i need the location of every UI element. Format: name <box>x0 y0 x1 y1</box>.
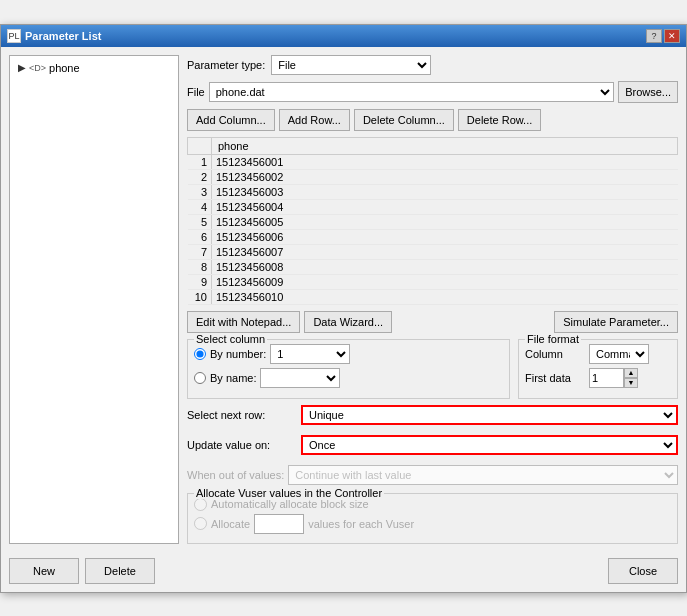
by-number-radio[interactable] <box>194 348 206 360</box>
column-select[interactable]: Comma <box>589 344 649 364</box>
allocate-radio[interactable] <box>194 517 207 530</box>
toolbar-row: Add Column... Add Row... Delete Column..… <box>187 109 678 131</box>
browse-button[interactable]: Browse... <box>618 81 678 103</box>
table-phone-header: phone <box>212 137 678 154</box>
column-label: Column <box>525 348 585 360</box>
add-column-button[interactable]: Add Column... <box>187 109 275 131</box>
parameter-list-window: PL Parameter List ? ✕ ▶ <D> phone Parame… <box>0 24 687 593</box>
table-row[interactable]: 515123456005 <box>188 214 678 229</box>
select-column-group: Select column By number: 1 By name: <box>187 339 510 399</box>
table-row-num-header <box>188 137 212 154</box>
tree-item-label: phone <box>49 62 80 74</box>
table-row[interactable]: 215123456002 <box>188 169 678 184</box>
bottom-bar: New Delete Close <box>1 552 686 592</box>
table-row-phone: 15123456002 <box>212 169 678 184</box>
table-row-phone: 15123456006 <box>212 229 678 244</box>
title-bar-left: PL Parameter List <box>7 29 101 43</box>
param-type-label: Parameter type: <box>187 59 265 71</box>
add-row-button[interactable]: Add Row... <box>279 109 350 131</box>
tree-expand-icon: ▶ <box>18 62 26 73</box>
table-row-phone: 15123456010 <box>212 289 678 304</box>
delete-column-button[interactable]: Delete Column... <box>354 109 454 131</box>
values-each-label: values for each Vuser <box>308 518 414 530</box>
table-row-num: 2 <box>188 169 212 184</box>
simulate-button[interactable]: Simulate Parameter... <box>554 311 678 333</box>
file-row: File phone.dat Browse... <box>187 81 678 103</box>
table-row[interactable]: 1015123456010 <box>188 289 678 304</box>
auto-allocate-radio[interactable] <box>194 498 207 511</box>
by-number-label: By number: <box>210 348 266 360</box>
table-row-num: 3 <box>188 184 212 199</box>
when-out-select[interactable]: Continue with last value <box>288 465 678 485</box>
table-row-phone: 15123456008 <box>212 259 678 274</box>
columns-row: Select column By number: 1 By name: <box>187 339 678 399</box>
file-select[interactable]: phone.dat <box>209 82 614 102</box>
window-icon: PL <box>7 29 21 43</box>
file-format-legend: File format <box>525 333 581 345</box>
by-name-radio[interactable] <box>194 372 206 384</box>
table-row-num: 5 <box>188 214 212 229</box>
delete-row-button[interactable]: Delete Row... <box>458 109 541 131</box>
data-wizard-button[interactable]: Data Wizard... <box>304 311 392 333</box>
param-type-select[interactable]: File <box>271 55 431 75</box>
when-out-row: When out of values: Continue with last v… <box>187 465 678 485</box>
help-button[interactable]: ? <box>646 29 662 43</box>
data-table-scroll[interactable]: phone 1151234560012151234560023151234560… <box>187 137 678 305</box>
file-format-group: File format Column Comma First data ▲ <box>518 339 678 399</box>
spin-buttons: ▲ ▼ <box>624 368 638 388</box>
table-row[interactable]: 115123456001 <box>188 154 678 169</box>
param-type-row: Parameter type: File <box>187 55 678 75</box>
bottom-left-buttons: New Delete <box>9 558 155 584</box>
table-row[interactable]: 315123456003 <box>188 184 678 199</box>
tree-db-icon: <D> <box>29 63 46 73</box>
tree-item-phone[interactable]: ▶ <D> phone <box>14 60 174 76</box>
by-name-row: By name: <box>194 368 503 388</box>
table-row-phone: 15123456007 <box>212 244 678 259</box>
first-data-spinbox: ▲ ▼ <box>589 368 638 388</box>
spin-up-button[interactable]: ▲ <box>624 368 638 378</box>
auto-allocate-label: Automatically allocate block size <box>211 498 369 510</box>
allocate-group: Allocate Vuser values in the Controller … <box>187 493 678 544</box>
table-row[interactable]: 915123456009 <box>188 274 678 289</box>
first-data-input[interactable] <box>589 368 624 388</box>
right-panel: Parameter type: File File phone.dat Brow… <box>187 55 678 544</box>
table-row[interactable]: 715123456007 <box>188 244 678 259</box>
table-row[interactable]: 615123456006 <box>188 229 678 244</box>
allocate-input[interactable] <box>254 514 304 534</box>
window-content: ▶ <D> phone Parameter type: File File ph… <box>1 47 686 552</box>
by-number-row: By number: 1 <box>194 344 503 364</box>
first-data-label: First data <box>525 372 585 384</box>
by-number-select[interactable]: 1 <box>270 344 350 364</box>
window-close-button[interactable]: ✕ <box>664 29 680 43</box>
close-dialog-button[interactable]: Close <box>608 558 678 584</box>
by-name-select[interactable] <box>260 368 340 388</box>
update-value-select[interactable]: Once <box>301 435 678 455</box>
table-row-num: 10 <box>188 289 212 304</box>
action-row: Edit with Notepad... Data Wizard... Simu… <box>187 311 678 333</box>
allocate-label: Allocate <box>211 518 250 530</box>
window-title: Parameter List <box>25 30 101 42</box>
file-label: File <box>187 86 205 98</box>
table-row-phone: 15123456009 <box>212 274 678 289</box>
update-value-label: Update value on: <box>187 439 297 451</box>
select-column-legend: Select column <box>194 333 267 345</box>
title-bar-controls: ? ✕ <box>646 29 680 43</box>
data-table: phone 1151234560012151234560023151234560… <box>187 137 678 305</box>
table-row-num: 9 <box>188 274 212 289</box>
table-row-phone: 15123456001 <box>212 154 678 169</box>
select-next-row-row: Select next row: Unique <box>187 405 678 425</box>
table-row[interactable]: 415123456004 <box>188 199 678 214</box>
allocate-row: Allocate values for each Vuser <box>194 514 671 534</box>
edit-notepad-button[interactable]: Edit with Notepad... <box>187 311 300 333</box>
by-name-label: By name: <box>210 372 256 384</box>
table-row[interactable]: 815123456008 <box>188 259 678 274</box>
spin-down-button[interactable]: ▼ <box>624 378 638 388</box>
select-next-row-select[interactable]: Unique <box>301 405 678 425</box>
select-next-row-label: Select next row: <box>187 409 297 421</box>
new-button[interactable]: New <box>9 558 79 584</box>
delete-button[interactable]: Delete <box>85 558 155 584</box>
auto-allocate-row: Automatically allocate block size <box>194 498 671 511</box>
table-row-num: 4 <box>188 199 212 214</box>
allocate-legend: Allocate Vuser values in the Controller <box>194 487 384 499</box>
title-bar: PL Parameter List ? ✕ <box>1 25 686 47</box>
